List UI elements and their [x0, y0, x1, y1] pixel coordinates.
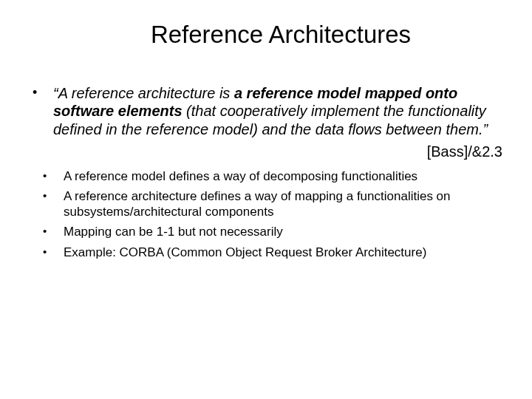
bullet-mapping: Mapping can be 1-1 but not necessarily [27, 224, 505, 239]
bullet-quote: “A reference architecture is a reference… [27, 84, 505, 138]
bullet-ref-architecture: A reference architecture defines a way o… [27, 188, 505, 220]
slide: Reference Architectures “A reference arc… [0, 0, 532, 399]
quote-pre: “A reference architecture is [53, 85, 234, 101]
bullet-ref-model: A reference model defines a way of decom… [27, 168, 505, 184]
bullet-list: “A reference architecture is a reference… [27, 84, 505, 138]
slide-title: Reference Architectures [27, 21, 505, 49]
citation: [Bass]/&2.3 [27, 143, 505, 160]
bullet-example: Example: CORBA (Common Object Request Br… [27, 245, 505, 260]
bullet-list-2: A reference model defines a way of decom… [27, 168, 505, 260]
